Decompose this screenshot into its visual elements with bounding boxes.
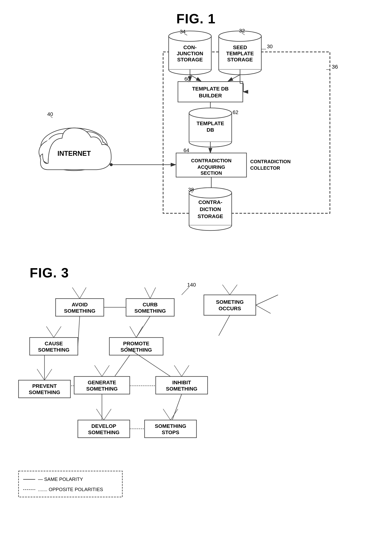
svg-text:COLLECTOR: COLLECTOR [250, 165, 280, 171]
svg-text:SOMETHING: SOMETHING [86, 386, 118, 392]
svg-rect-138 [19, 471, 122, 497]
svg-line-107 [94, 365, 102, 377]
svg-text:STOPS: STOPS [162, 429, 179, 435]
svg-line-73 [182, 287, 189, 295]
svg-line-82 [145, 288, 150, 299]
svg-text:CONTRA-: CONTRA- [198, 199, 222, 205]
svg-line-30 [190, 75, 201, 81]
svg-text:34: 34 [180, 29, 186, 34]
svg-text:AVOID: AVOID [72, 302, 88, 307]
svg-text:140: 140 [187, 282, 196, 288]
svg-text:SOMETHING: SOMETHING [88, 429, 120, 435]
svg-text:CON-: CON- [183, 44, 197, 50]
svg-text:SOMETHING: SOMETHING [38, 347, 70, 353]
svg-text:60: 60 [184, 76, 190, 82]
svg-text:DEVELOP: DEVELOP [91, 423, 116, 429]
svg-line-136 [256, 305, 271, 313]
svg-line-117 [96, 409, 104, 420]
svg-text:JUNCTION: JUNCTION [177, 51, 203, 56]
svg-line-113 [182, 365, 189, 377]
svg-point-50 [189, 188, 232, 198]
svg-text:DICTION: DICTION [200, 206, 221, 212]
svg-text:CURB: CURB [143, 302, 158, 307]
svg-text:....... OPPOSITE POLARITIES: ....... OPPOSITE POLARITIES [38, 487, 103, 492]
page: FIG. 1 36 CON- JUNCTION STORAGE 34 SEED … [0, 0, 392, 538]
svg-text:64: 64 [183, 147, 189, 153]
svg-line-88 [230, 285, 237, 295]
svg-text:SOMETHING: SOMETHING [166, 386, 197, 392]
svg-text:BUILDER: BUILDER [199, 93, 222, 99]
svg-line-93 [54, 326, 61, 338]
svg-line-103 [44, 369, 52, 380]
svg-line-92 [46, 326, 54, 338]
svg-text:INHIBIT: INHIBIT [172, 380, 191, 385]
svg-text:INTERNET: INTERNET [57, 150, 91, 157]
svg-text:STORAGE: STORAGE [198, 213, 223, 219]
svg-text:38: 38 [188, 187, 194, 193]
svg-text:32: 32 [239, 28, 245, 33]
svg-line-78 [80, 288, 86, 299]
svg-point-4 [169, 31, 211, 41]
svg-line-87 [222, 285, 230, 295]
svg-rect-19 [178, 82, 243, 102]
svg-text:SOMETHING: SOMETHING [155, 423, 186, 429]
svg-text:SOMETHING: SOMETHING [64, 308, 95, 314]
svg-text:DB: DB [207, 127, 214, 133]
svg-line-77 [72, 288, 80, 299]
svg-text:CAUSE: CAUSE [45, 341, 63, 346]
svg-line-125 [78, 316, 80, 346]
svg-line-135 [256, 295, 278, 305]
svg-line-97 [130, 326, 136, 338]
svg-text:SOMETHING: SOMETHING [29, 389, 60, 395]
svg-text:— SAME POLARITY: — SAME POLARITY [38, 477, 83, 482]
svg-line-118 [104, 409, 111, 420]
svg-text:30: 30 [267, 44, 273, 49]
svg-text:40: 40 [47, 111, 53, 117]
svg-text:PROMOTE: PROMOTE [123, 341, 149, 346]
svg-text:TEMPLATE: TEMPLATE [226, 51, 254, 56]
svg-text:SOMETHING: SOMETHING [121, 347, 152, 353]
svg-text:62: 62 [233, 109, 238, 115]
svg-line-137 [219, 315, 230, 336]
svg-text:CONTRADICTION: CONTRADICTION [191, 158, 232, 163]
svg-line-108 [102, 365, 109, 377]
svg-line-102 [37, 369, 44, 380]
svg-line-128 [115, 355, 130, 376]
svg-text:36: 36 [332, 64, 338, 70]
svg-text:SEED: SEED [233, 44, 247, 50]
svg-line-83 [150, 288, 156, 299]
svg-point-70 [110, 163, 113, 166]
svg-text:STORAGE: STORAGE [177, 57, 203, 62]
svg-text:CONTRADICTION: CONTRADICTION [250, 159, 291, 164]
svg-rect-84 [204, 295, 256, 315]
svg-line-31 [228, 75, 240, 81]
svg-text:SOMETING: SOMETING [216, 299, 243, 305]
svg-text:ACQUIRING: ACQUIRING [198, 164, 225, 170]
fig3-diagram: 140 AVOID SOMETHING CURB SOMETHING SOMET… [15, 276, 378, 532]
svg-text:GENERATE: GENERATE [88, 380, 116, 385]
svg-line-122 [163, 409, 171, 420]
svg-text:STORAGE: STORAGE [227, 57, 253, 62]
svg-line-132 [172, 394, 182, 420]
svg-line-112 [174, 365, 182, 377]
svg-text:PREVENT: PREVENT [32, 383, 57, 389]
svg-text:TEMPLATE: TEMPLATE [197, 121, 224, 126]
svg-text:OCCURS: OCCURS [219, 306, 241, 311]
svg-point-34 [189, 108, 232, 118]
fig1-diagram: 36 CON- JUNCTION STORAGE 34 SEED TEMPLAT… [19, 15, 371, 265]
svg-text:SOMETHING: SOMETHING [134, 308, 166, 314]
svg-line-127 [136, 316, 150, 338]
svg-text:TEMPLATE DB: TEMPLATE DB [192, 86, 229, 92]
svg-text:SECTION: SECTION [201, 170, 222, 176]
